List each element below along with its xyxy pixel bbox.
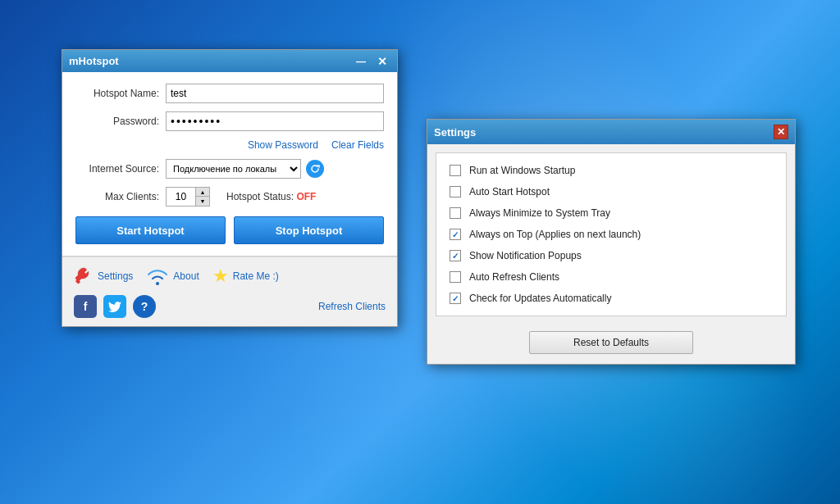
checkbox-always-on-top[interactable]: ✓ <box>450 229 461 240</box>
hotspot-name-row: Hotspot Name: <box>75 84 384 103</box>
checkbox-auto-refresh[interactable] <box>450 271 461 283</box>
toolbar-bottom: f ? Refresh Clients <box>74 295 386 318</box>
settings-item-5: Auto Refresh Clients <box>450 271 773 283</box>
show-password-link[interactable]: Show Password <box>248 139 318 151</box>
settings-window: Settings ✕ Run at Windows Startup Auto S… <box>427 119 796 365</box>
settings-item-label-0: Run at Windows Startup <box>469 165 575 176</box>
facebook-icon[interactable]: f <box>74 295 97 318</box>
titlebar-controls: — ✕ <box>353 56 390 67</box>
hotspot-status-label: Hotspot Status: <box>226 191 294 202</box>
checkbox-auto-start[interactable] <box>450 186 461 198</box>
checkbox-minimize-tray[interactable] <box>450 207 461 219</box>
star-icon: ★ <box>212 266 229 287</box>
spinner-up-button[interactable]: ▲ <box>196 188 209 197</box>
clear-fields-link[interactable]: Clear Fields <box>331 139 384 151</box>
settings-item-label-4: Show Notification Popups <box>469 250 582 261</box>
social-icons: f ? <box>74 295 156 318</box>
internet-source-dropdown-wrap: Подключение по локалы <box>166 159 324 179</box>
refresh-clients-link[interactable]: Refresh Clients <box>318 301 386 312</box>
checkbox-check-6: ✓ <box>452 294 459 303</box>
settings-item-label-2: Always Minimize to System Tray <box>469 207 610 219</box>
spinner-buttons: ▲ ▼ <box>195 188 209 206</box>
start-hotspot-button[interactable]: Start Hotspot <box>75 216 226 244</box>
settings-item-1: Auto Start Hotspot <box>450 186 773 198</box>
settings-item-label-3: Always on Top (Applies on next launch) <box>469 229 641 240</box>
settings-item-6: ✓ Check for Updates Automatically <box>450 293 773 304</box>
settings-footer: Reset to Defaults <box>427 325 795 364</box>
settings-item-4: ✓ Show Notification Popups <box>450 250 773 261</box>
about-toolbar-item[interactable]: About <box>146 267 199 285</box>
refresh-source-button[interactable] <box>306 160 324 178</box>
minimize-button[interactable]: — <box>353 57 369 66</box>
wrench-icon <box>74 266 94 286</box>
settings-label: Settings <box>98 270 133 282</box>
hotspot-name-input[interactable] <box>166 84 384 103</box>
checkbox-check-4: ✓ <box>452 252 459 261</box>
settings-title: Settings <box>434 126 476 138</box>
main-window-titlebar: mHotspot — ✕ <box>62 50 397 72</box>
settings-toolbar-item[interactable]: Settings <box>74 266 133 286</box>
spinner-down-button[interactable]: ▼ <box>196 197 209 206</box>
main-window-title: mHotspot <box>69 55 119 67</box>
action-buttons: Start Hotspot Stop Hotspot <box>75 216 384 244</box>
max-clients-label: Max Clients: <box>75 191 166 202</box>
main-window-content: Hotspot Name: Password: Show Password Cl… <box>62 72 397 257</box>
hotspot-status-value: OFF <box>296 191 316 202</box>
internet-source-row: Internet Source: Подключение по локалы <box>75 159 384 179</box>
settings-item-label-5: Auto Refresh Clients <box>469 271 559 283</box>
settings-item-3: ✓ Always on Top (Applies on next launch) <box>450 229 773 240</box>
password-input[interactable] <box>166 111 384 131</box>
rate-label: Rate Me :) <box>233 270 279 282</box>
twitter-icon[interactable] <box>103 295 126 318</box>
close-button[interactable]: ✕ <box>374 56 390 67</box>
checkbox-show-notifications[interactable]: ✓ <box>450 250 461 261</box>
password-row: Password: <box>75 111 384 131</box>
max-clients-row: Max Clients: ▲ ▼ Hotspot Status: OFF <box>75 187 384 207</box>
internet-source-label: Internet Source: <box>75 163 166 175</box>
settings-content: Run at Windows Startup Auto Start Hotspo… <box>436 152 787 316</box>
checkbox-run-at-startup[interactable] <box>450 165 461 176</box>
settings-item-0: Run at Windows Startup <box>450 165 773 176</box>
link-row: Show Password Clear Fields <box>75 139 384 151</box>
settings-close-button[interactable]: ✕ <box>774 125 788 139</box>
internet-source-select[interactable]: Подключение по локалы <box>166 159 301 179</box>
hotspot-status-wrap: Hotspot Status: OFF <box>226 191 316 202</box>
checkbox-check-updates[interactable]: ✓ <box>450 293 461 304</box>
about-label: About <box>173 270 199 282</box>
settings-item-2: Always Minimize to System Tray <box>450 207 773 219</box>
toolbar-top: Settings About ★ Rate Me :) <box>74 266 386 287</box>
wifi-icon <box>146 267 169 285</box>
hotspot-name-label: Hotspot Name: <box>75 88 166 99</box>
rate-toolbar-item[interactable]: ★ Rate Me :) <box>212 266 279 287</box>
reset-to-defaults-button[interactable]: Reset to Defaults <box>529 331 693 354</box>
stop-hotspot-button[interactable]: Stop Hotspot <box>234 216 384 244</box>
checkbox-check-3: ✓ <box>452 230 459 239</box>
main-window-toolbar: Settings About ★ Rate Me :) f <box>62 257 397 326</box>
settings-item-label-1: Auto Start Hotspot <box>469 186 550 198</box>
max-clients-input[interactable] <box>167 188 195 206</box>
max-clients-spinner: ▲ ▼ <box>166 187 210 207</box>
password-label: Password: <box>75 116 166 127</box>
settings-titlebar: Settings ✕ <box>427 120 795 144</box>
settings-item-label-6: Check for Updates Automatically <box>469 293 611 304</box>
main-window: mHotspot — ✕ Hotspot Name: Password: Sho… <box>62 49 398 327</box>
help-icon[interactable]: ? <box>133 295 156 318</box>
